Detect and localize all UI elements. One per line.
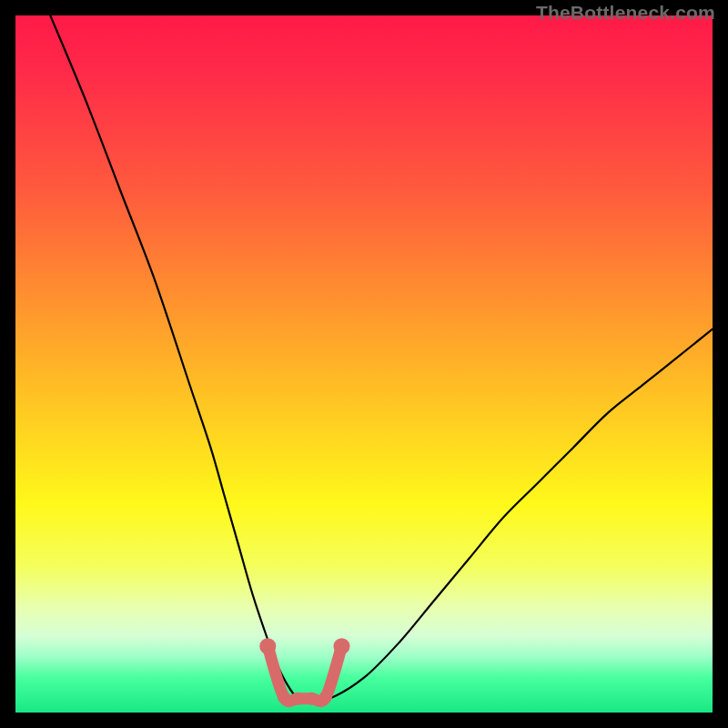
highlight-endpoint-1 (333, 638, 349, 654)
chart-svg (15, 15, 713, 713)
highlight-dot-0 (278, 691, 290, 703)
highlight-dot-2 (306, 693, 318, 705)
highlight-dot-1 (291, 693, 304, 705)
highlight-dot-3 (319, 691, 332, 703)
watermark-text: TheBottleneck.com (536, 2, 715, 24)
bottleneck-curve (50, 15, 713, 700)
chart-frame: TheBottleneck.com (0, 0, 728, 728)
highlight-endpoint-0 (259, 638, 276, 654)
highlight-path (268, 646, 341, 702)
plot-area (15, 15, 713, 713)
